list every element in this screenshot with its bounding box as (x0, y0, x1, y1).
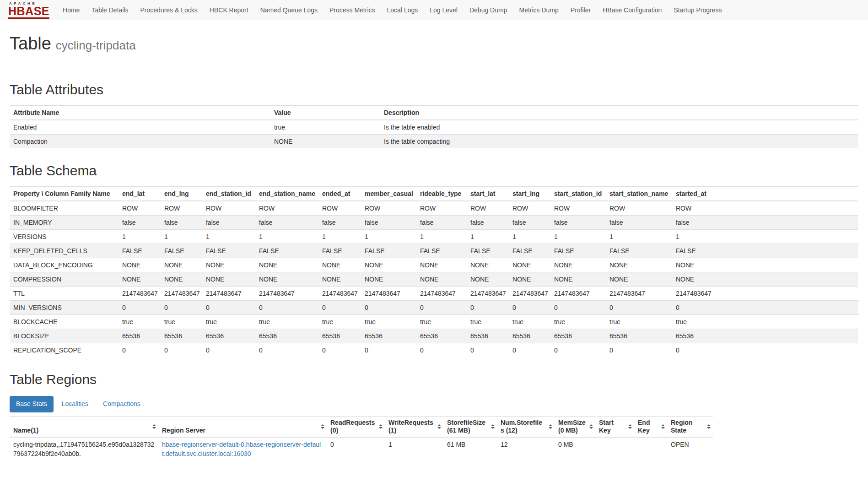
schema-value-cell: NONE (255, 272, 318, 286)
hbase-logo[interactable]: APACHE HBASE (5, 0, 53, 20)
schema-value-cell: true (672, 314, 766, 329)
regions-col-region-server[interactable]: Region Server (158, 416, 327, 437)
page-title: Table (10, 34, 51, 53)
schema-family-ended-at: ended_at (318, 186, 361, 201)
schema-value-cell: 0 (161, 300, 202, 314)
nav-item-metrics-dump[interactable]: Metrics Dump (513, 0, 564, 20)
schema-row-spacer (766, 229, 859, 244)
region-row: cycling-tripdata,,1719475156245.e95d0a13… (10, 437, 713, 460)
tab-base-stats[interactable]: Base Stats (10, 396, 54, 412)
sort-icon[interactable] (628, 424, 632, 429)
regions-col-start-key[interactable]: Start Key (595, 416, 634, 437)
schema-value-cell: 0 (361, 300, 416, 314)
schema-value-cell: ROW (606, 201, 672, 216)
schema-value-cell: 0 (318, 343, 361, 357)
schema-value-cell: 0 (509, 343, 550, 357)
nav-item-hbase-configuration[interactable]: HBase Configuration (597, 0, 668, 20)
region-server-link[interactable]: hbase-regionserver-default-0.hbase-regio… (162, 441, 321, 457)
schema-value-cell: 2147483647 (672, 286, 766, 300)
schema-property-name: DATA_BLOCK_ENCODING (10, 258, 119, 272)
nav-item-startup-progress[interactable]: Startup Progress (668, 0, 728, 20)
schema-row-bloomfilter: BLOOMFILTERROWROWROWROWROWROWROWROWROWRO… (10, 201, 858, 216)
attribute-cell: Is the table compacting (380, 135, 858, 149)
region-mem-size: 0 MB (555, 437, 595, 460)
schema-value-cell: true (255, 314, 318, 329)
column-label: Region Server (162, 427, 205, 434)
schema-property-name: TTL (10, 286, 119, 300)
column-label: Name(1) (13, 427, 38, 434)
schema-value-cell: 0 (318, 300, 361, 314)
schema-value-cell: 0 (672, 343, 766, 357)
sort-icon[interactable] (661, 424, 665, 429)
nav-item-procedures-locks[interactable]: Procedures & Locks (135, 0, 204, 20)
tab-localities[interactable]: Localities (55, 396, 95, 412)
nav-item-log-level[interactable]: Log Level (424, 0, 464, 20)
schema-value-cell: false (119, 215, 161, 229)
schema-value-cell: 0 (161, 343, 202, 357)
regions-col-end-key[interactable]: End Key (634, 416, 667, 437)
nav-item-table-details[interactable]: Table Details (86, 0, 134, 20)
regions-col-readrequests-0[interactable]: ReadRequests (0) (327, 416, 385, 437)
attribute-row-enabled: EnabledtrueIs the table enabled (10, 120, 858, 135)
nav-item-named-queue-logs[interactable]: Named Queue Logs (254, 0, 323, 20)
schema-value-cell: 1 (550, 229, 606, 244)
schema-property-name: COMPRESSION (10, 272, 119, 286)
schema-value-cell: 2147483647 (509, 286, 550, 300)
sort-icon[interactable] (379, 424, 383, 429)
nav-item-home[interactable]: Home (57, 0, 86, 20)
schema-value-cell: false (467, 215, 509, 229)
schema-row-spacer (766, 272, 859, 286)
nav-item-hbck-report[interactable]: HBCK Report (204, 0, 254, 20)
sort-icon[interactable] (549, 424, 552, 429)
schema-value-cell: 0 (119, 300, 161, 314)
schema-family-start-lat: start_lat (467, 186, 509, 201)
schema-value-cell: FALSE (202, 244, 255, 258)
schema-value-cell: ROW (467, 201, 509, 216)
sort-icon[interactable] (589, 424, 593, 429)
schema-value-cell: false (161, 215, 202, 229)
regions-heading: Table Regions (10, 370, 858, 390)
schema-row-spacer (766, 201, 859, 216)
sort-icon[interactable] (707, 424, 711, 429)
schema-value-cell: true (361, 314, 416, 329)
regions-col-memsize-0-mb[interactable]: MemSize (0 MB) (555, 416, 595, 437)
schema-value-cell: 0 (672, 300, 766, 314)
regions-col-num-storefiles-12[interactable]: Num.Storefiles (12) (497, 416, 555, 437)
regions-col-name-1[interactable]: Name(1) (10, 416, 158, 437)
attribute-cell: true (270, 120, 380, 135)
tab-compactions[interactable]: Compactions (97, 396, 147, 412)
region-server: hbase-regionserver-default-0.hbase-regio… (158, 437, 327, 460)
regions-col-writerequests-1[interactable]: WriteRequests (1) (385, 416, 443, 437)
schema-value-cell: true (509, 314, 550, 329)
nav-item-process-metrics[interactable]: Process Metrics (323, 0, 381, 20)
schema-value-cell: NONE (509, 258, 550, 272)
regions-col-region-state[interactable]: Region State (667, 416, 713, 437)
schema-value-cell: NONE (509, 272, 550, 286)
sort-icon[interactable] (491, 424, 495, 429)
column-label: Num.Storefiles (12) (501, 419, 542, 434)
attribute-cell: Is the table enabled (380, 120, 858, 135)
schema-value-cell: FALSE (606, 244, 672, 258)
nav-item-profiler[interactable]: Profiler (565, 0, 597, 20)
nav-item-local-logs[interactable]: Local Logs (381, 0, 424, 20)
sort-icon[interactable] (152, 424, 156, 429)
regions-col-storefilesize-61-mb[interactable]: StorefileSize (61 MB) (443, 416, 497, 437)
region-name: cycling-tripdata,,1719475156245.e95d0a13… (10, 437, 158, 460)
schema-value-cell: NONE (672, 258, 766, 272)
nav-item-debug-dump[interactable]: Debug Dump (464, 0, 513, 20)
schema-value-cell: 0 (255, 300, 318, 314)
schema-value-cell: 2147483647 (119, 286, 161, 300)
schema-property-name: BLOOMFILTER (10, 201, 119, 216)
schema-row-spacer (766, 329, 859, 343)
sort-icon[interactable] (437, 424, 441, 429)
sort-icon[interactable] (321, 424, 324, 429)
attribute-row-compaction: CompactionNONEIs the table compacting (10, 135, 858, 149)
schema-value-cell: false (318, 215, 361, 229)
schema-row-replication-scope: REPLICATION_SCOPE000000000000 (10, 343, 858, 357)
page-header: Table cycling-tripdata (10, 31, 858, 56)
column-label: Region State (671, 419, 692, 434)
schema-value-cell: 65536 (318, 329, 361, 343)
attributes-col-attribute-name: Attribute Name (10, 106, 270, 120)
schema-family-start-station-id: start_station_id (550, 186, 606, 201)
region-read-requests: 0 (327, 437, 385, 460)
